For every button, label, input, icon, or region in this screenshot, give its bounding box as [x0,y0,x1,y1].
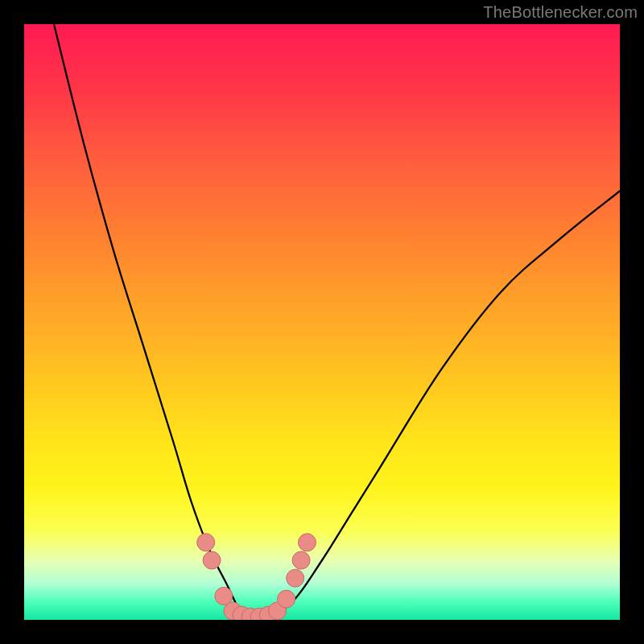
chart-area [24,24,620,620]
marker-point [278,590,295,608]
marker-point [287,569,304,587]
marker-point [292,551,310,569]
marker-point [299,534,316,551]
bottleneck-curve [54,24,620,620]
marker-group [197,534,316,620]
attribution-text: TheBottlenecker.com [483,3,638,22]
marker-point [203,551,221,569]
chart-svg [24,24,620,620]
marker-point [197,534,215,551]
